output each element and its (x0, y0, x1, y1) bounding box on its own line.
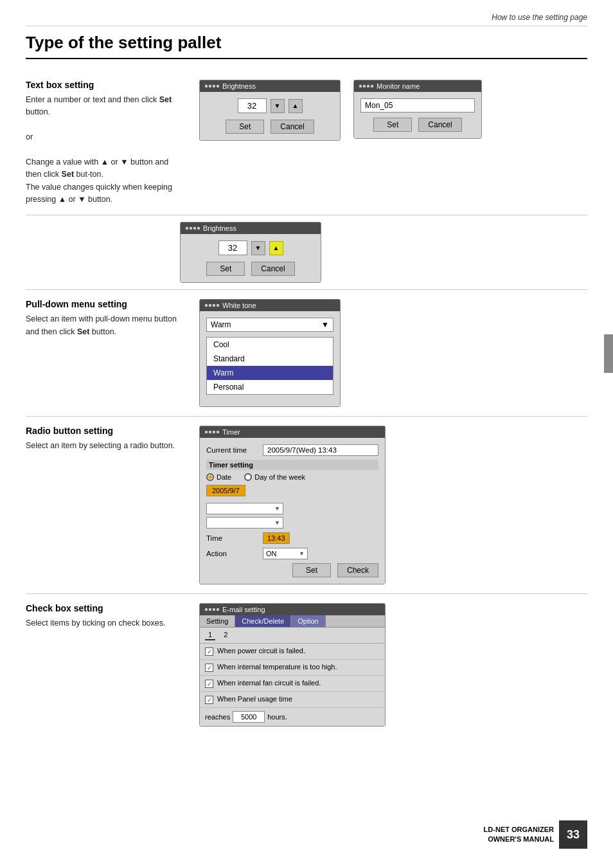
section-text-box: Text box setting Enter a number or text … (26, 71, 587, 215)
timer-dropdown-row: ▼ ▼ (206, 503, 378, 529)
monitor-set-btn[interactable]: Set (373, 118, 412, 132)
section-pulldown-title: Pull-down menu setting (26, 299, 180, 309)
timer-btn-row: Set Check (206, 563, 378, 577)
white-tone-title: White tone (222, 302, 256, 309)
brightness-widget-1: Brightness 32 ▼ ▲ Set Cancel (199, 80, 341, 141)
timer-action-dropdown[interactable]: ON ▼ (263, 548, 308, 559)
brightness-set-btn-1[interactable]: Set (226, 120, 264, 134)
radio-date-label: Date (217, 473, 231, 481)
monitor-body: Set Cancel (354, 92, 481, 138)
side-tab (604, 334, 613, 373)
page-footer: LD-NET ORGANIZER OWNER'S MANUAL 33 (484, 820, 587, 849)
timer-action-row: Action ON ▼ (206, 548, 378, 559)
section-text-box-title: Text box setting (26, 80, 180, 90)
monitor-name-input[interactable] (360, 98, 475, 113)
email-subtab-1[interactable]: 1 (205, 630, 215, 640)
brightness-cancel-btn-1[interactable]: Cancel (271, 120, 314, 134)
timer-action-value: ON (266, 550, 277, 557)
brightness-set-btn-2[interactable]: Set (206, 262, 245, 276)
email-checkbox-row-3: When internal fan circuit is failed. (200, 676, 385, 692)
brightness-up-btn-2[interactable]: ▲ (269, 241, 283, 255)
email-checkbox-4[interactable] (205, 696, 213, 704)
monitor-icon (359, 85, 373, 87)
section-checkbox-desc: Select items by ticking on check boxes. (26, 617, 180, 629)
section-checkbox-left: Check box setting Select items by tickin… (26, 603, 180, 629)
hours-suffix: hours. (267, 713, 287, 721)
footer-page-number: 33 (559, 820, 587, 849)
section-radio-title: Radio button setting (26, 426, 180, 436)
timer-titlebar: Timer (200, 426, 385, 438)
email-checkbox-label-3: When internal fan circuit is failed. (217, 679, 321, 687)
email-hours-row: reaches 5000 hours. (200, 708, 385, 726)
white-tone-icon (205, 304, 219, 307)
brightness-titlebar-2: Brightness (181, 222, 321, 234)
brightness-control-row-1: 32 ▼ ▲ (206, 98, 333, 113)
email-checkbox-1[interactable] (205, 647, 213, 656)
titlebar-icon-1 (205, 85, 219, 87)
dropdown-item-cool[interactable]: Cool (207, 338, 333, 352)
timer-dropdown-2-arrow: ▼ (274, 520, 280, 526)
white-tone-titlebar: White tone (200, 300, 340, 311)
email-widget: E-mail setting Setting Check/Delete Opti… (199, 603, 386, 727)
titlebar-icon-2 (186, 227, 200, 230)
brightness-titlebar-1: Brightness (200, 80, 340, 92)
email-tab-option[interactable]: Option (291, 615, 325, 627)
timer-dropdown-1-placeholder (209, 505, 211, 512)
section-pulldown-desc: Select an item with pull-down menu butto… (26, 313, 180, 338)
email-checkbox-row-2: When internal temperature is too high. (200, 660, 385, 676)
brightness-body-1: 32 ▼ ▲ Set Cancel (200, 92, 340, 140)
page-title: Type of the setting pallet (26, 33, 587, 59)
monitor-cancel-btn[interactable]: Cancel (418, 118, 461, 132)
section-checkbox: Check box setting Select items by tickin… (26, 594, 587, 736)
timer-dropdown-1[interactable]: ▼ (206, 503, 283, 514)
section-text-box-desc: Enter a number or text and then click Se… (26, 94, 180, 206)
section-checkbox-title: Check box setting (26, 603, 180, 613)
timer-action-label: Action (206, 550, 258, 557)
email-checkbox-2[interactable] (205, 664, 213, 672)
timer-setting-label: Timer setting (206, 460, 378, 470)
dropdown-item-personal[interactable]: Personal (207, 380, 333, 394)
timer-radio-dow[interactable]: Day of the week (244, 473, 305, 481)
section-radio-left: Radio button setting Select an item by s… (26, 426, 180, 452)
white-tone-select[interactable]: Warm ▼ (206, 318, 333, 332)
brightness-value-2: 32 (218, 240, 247, 255)
timer-set-btn[interactable]: Set (292, 563, 331, 577)
timer-title: Timer (222, 428, 240, 436)
email-tab-setting[interactable]: Setting (200, 615, 235, 627)
timer-action-arrow: ▼ (299, 550, 305, 557)
brightness-title-2: Brightness (203, 224, 236, 232)
hours-input[interactable]: 5000 (233, 711, 265, 723)
section-radio-desc: Select an item by selecting a radio butt… (26, 440, 180, 452)
brightness-body-2: 32 ▼ ▲ Set Cancel (181, 234, 321, 282)
radio-date-dot (206, 473, 214, 481)
brightness-up-btn-1[interactable]: ▲ (289, 99, 303, 113)
timer-radio-date[interactable]: Date (206, 473, 231, 481)
timer-time-row: Time 13:43 (206, 532, 378, 544)
timer-current-time-row: Current time 2005/9/7(Wed) 13:43 (206, 444, 378, 456)
timer-time-value: 13:43 (263, 532, 290, 544)
brightness-control-row-2: 32 ▼ ▲ (187, 240, 314, 255)
page-header: How to use the setting page (26, 13, 587, 26)
timer-date-container: 2005/9/7 (206, 485, 378, 499)
timer-check-btn[interactable]: Check (337, 563, 378, 577)
monitor-titlebar: Monitor name (354, 80, 481, 92)
brightness-down-btn-2[interactable]: ▼ (251, 241, 265, 255)
email-subtab-2[interactable]: 2 (220, 630, 231, 640)
timer-current-time-label: Current time (206, 446, 258, 454)
section-text-box-right: Brightness 32 ▼ ▲ Set Cancel (199, 80, 587, 141)
dropdown-arrow-icon: ▼ (321, 320, 329, 329)
email-checkbox-3[interactable] (205, 680, 213, 688)
dropdown-item-standard[interactable]: Standard (207, 352, 333, 366)
brightness-cancel-btn-2[interactable]: Cancel (251, 262, 294, 276)
email-checkbox-label-4: When Panel usage time (217, 695, 292, 703)
brightness-down-btn-1[interactable]: ▼ (271, 99, 285, 113)
email-subtab-bar: 1 2 (200, 628, 385, 644)
email-body: Setting Check/Delete Option 1 2 When pow… (200, 615, 385, 726)
section-checkbox-right: E-mail setting Setting Check/Delete Opti… (199, 603, 587, 727)
dropdown-item-warm[interactable]: Warm (207, 366, 333, 380)
email-checkbox-row-1: When power circuit is failed. (200, 644, 385, 660)
brightness-widget-2: Brightness 32 ▼ ▲ Set Cancel (180, 222, 321, 283)
section-radio: Radio button setting Select an item by s… (26, 417, 587, 594)
timer-dropdown-2[interactable]: ▼ (206, 517, 283, 529)
email-tab-checkdelete[interactable]: Check/Delete (235, 615, 291, 627)
